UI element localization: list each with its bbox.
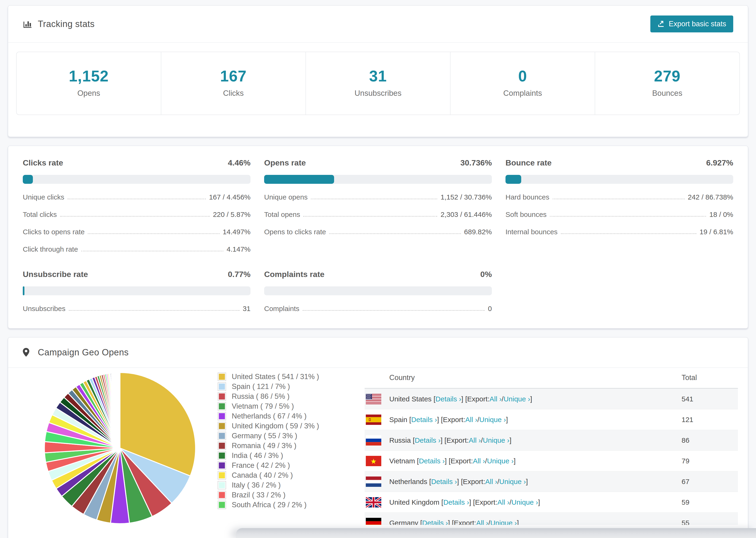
rate-detail-value: 2,303 / 61.446%	[441, 211, 492, 219]
legend-color-chip	[218, 392, 226, 401]
export-unique-link[interactable]: Unique ›	[512, 498, 538, 506]
legend-label: Netherlands ( 67 / 4% )	[232, 412, 307, 420]
dotted-leader	[329, 233, 460, 234]
details-link[interactable]: Details ›	[443, 498, 469, 506]
rates-grid: Clicks rate4.46%Unique clicks167 / 4.456…	[23, 158, 733, 313]
rates-card: Clicks rate4.46%Unique clicks167 / 4.456…	[8, 145, 748, 329]
geo-title: Campaign Geo Opens	[38, 348, 129, 357]
legend-color-chip	[218, 491, 226, 499]
table-row-nl: Netherlands [Details ›] [Export: All › /…	[365, 471, 738, 492]
details-link[interactable]: Details ›	[415, 436, 441, 444]
export-unique-link[interactable]: Unique ›	[487, 457, 513, 465]
total-column-header: Total	[681, 373, 738, 382]
legend-color-chip	[218, 471, 226, 480]
rate-title: Bounce rate	[506, 158, 552, 167]
stat-cell-complaints: 0Complaints	[451, 52, 595, 115]
rate-detail-label: Unique clicks	[23, 193, 64, 201]
campaign-geo-opens-card: Campaign Geo Opens United States ( 541 /…	[8, 337, 748, 538]
export-all-link[interactable]: All ›	[473, 457, 485, 465]
export-all-link[interactable]: All ›	[465, 416, 477, 424]
legend-label: Germany ( 55 / 3% )	[232, 432, 297, 440]
details-link[interactable]: Details ›	[419, 457, 445, 465]
legend-label: Vietnam ( 79 / 5% )	[232, 402, 294, 410]
export-basic-stats-button[interactable]: Export basic stats	[650, 16, 733, 32]
country-cell: Vietnam [Details ›] [Export: All › / Uni…	[366, 456, 681, 466]
rate-progress-bar	[23, 286, 250, 295]
bounce-rate-section: Bounce rate6.927%Hard bounces242 / 86.73…	[506, 158, 733, 253]
us-flag-icon	[366, 394, 381, 404]
stat-value: 0	[451, 67, 595, 85]
rate-progress-bar	[23, 175, 250, 184]
stat-value: 31	[306, 67, 450, 85]
rate-detail-label: Soft bounces	[506, 211, 547, 219]
rate-detail-label: Opens to clicks rate	[264, 228, 326, 236]
legend-color-chip	[218, 412, 226, 420]
gb-flag-icon	[366, 497, 381, 508]
de-flag-icon	[366, 518, 381, 525]
es-flag-icon	[366, 414, 381, 425]
rate-detail-label: Hard bounces	[506, 193, 549, 201]
country-column-header: Country	[389, 373, 681, 382]
rate-detail-value: 14.497%	[223, 228, 250, 236]
total-cell: 55	[681, 519, 738, 525]
complaints-rate-section: Complaints rate0%Complaints0	[264, 270, 492, 313]
rate-detail-row: Total opens2,303 / 61.446%	[264, 211, 492, 219]
country-cell: United States [Details ›] [Export: All ›…	[366, 394, 681, 404]
export-all-link[interactable]: All ›	[476, 519, 488, 525]
page-title: Tracking stats	[38, 19, 95, 29]
export-unique-link[interactable]: Unique ›	[479, 416, 506, 424]
table-row-vn: Vietnam [Details ›] [Export: All › / Uni…	[365, 451, 738, 471]
export-unique-link[interactable]: Unique ›	[499, 478, 526, 486]
table-row-us: United States [Details ›] [Export: All ›…	[365, 389, 738, 409]
rate-detail-value: 18 / 0%	[709, 211, 733, 219]
stat-cell-clicks: 167Clicks	[161, 52, 306, 115]
total-cell: 79	[681, 457, 738, 465]
export-all-link[interactable]: All ›	[490, 395, 502, 403]
export-all-link[interactable]: All ›	[469, 436, 481, 444]
rate-detail-label: Complaints	[264, 305, 299, 313]
details-link[interactable]: Details ›	[422, 519, 448, 525]
rate-detail-row: Unique opens1,152 / 30.736%	[264, 193, 492, 201]
legend-item: Italy ( 36 / 2% )	[218, 481, 330, 489]
legend-item: United States ( 541 / 31% )	[218, 372, 330, 381]
rate-detail-row: Unique clicks167 / 4.456%	[23, 193, 250, 201]
opens-rate-section: Opens rate30.736%Unique opens1,152 / 30.…	[264, 158, 492, 253]
rate-detail-row: Internal bounces19 / 6.81%	[506, 228, 733, 236]
rate-detail-row: Total clicks220 / 5.87%	[23, 211, 250, 219]
legend-label: France ( 42 / 2% )	[232, 461, 290, 470]
export-unique-link[interactable]: Unique ›	[483, 436, 509, 444]
geo-table-header: Country Total	[365, 371, 738, 389]
rate-detail-row: Click through rate4.147%	[23, 245, 250, 253]
rate-progress-bar	[506, 175, 733, 184]
legend-item: Brazil ( 33 / 2% )	[218, 491, 330, 499]
country-cell: Netherlands [Details ›] [Export: All › /…	[366, 476, 681, 487]
rate-detail-value: 0	[488, 305, 492, 313]
map-pin-icon	[23, 348, 32, 357]
legend-label: Canada ( 40 / 2% )	[232, 471, 293, 480]
total-cell: 541	[681, 395, 738, 403]
legend-color-chip	[218, 481, 226, 489]
export-all-link[interactable]: All ›	[497, 498, 510, 506]
geo-legend: United States ( 541 / 31% )Spain ( 121 /…	[218, 371, 330, 525]
total-cell: 59	[681, 498, 738, 506]
details-link[interactable]: Details ›	[436, 395, 461, 403]
legend-label: India ( 46 / 3% )	[232, 452, 283, 460]
legend-color-chip	[218, 432, 226, 440]
export-icon	[657, 20, 665, 28]
export-unique-link[interactable]: Unique ›	[504, 395, 530, 403]
legend-color-chip	[218, 461, 226, 470]
rate-detail-value: 19 / 6.81%	[700, 228, 733, 236]
legend-color-chip	[218, 372, 226, 381]
rate-detail-row: Hard bounces242 / 86.738%	[506, 193, 733, 201]
rate-detail-row: Opens to clicks rate689.82%	[264, 228, 492, 236]
dotted-leader	[303, 310, 485, 311]
rate-progress-fill	[23, 286, 25, 295]
rate-progress-bar	[264, 286, 492, 295]
dotted-leader	[303, 216, 437, 217]
export-unique-link[interactable]: Unique ›	[490, 519, 517, 525]
legend-label: Romania ( 49 / 3% )	[232, 442, 297, 450]
details-link[interactable]: Details ›	[431, 478, 457, 486]
details-link[interactable]: Details ›	[411, 416, 437, 424]
export-all-link[interactable]: All ›	[485, 478, 498, 486]
dotted-leader	[88, 233, 219, 234]
